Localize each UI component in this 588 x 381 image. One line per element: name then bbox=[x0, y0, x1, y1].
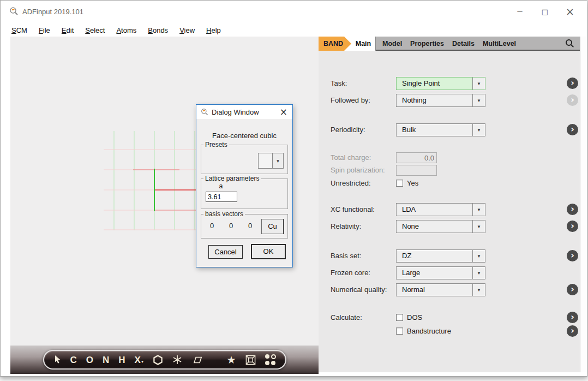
settings-panel: BAND Main Model Properties Details Multi… bbox=[319, 37, 580, 372]
dialog-logo-icon bbox=[201, 108, 209, 116]
frozen-core-dropdown[interactable]: Large ▾ bbox=[396, 266, 485, 279]
search-icon[interactable] bbox=[565, 39, 574, 48]
lattice-group-label: Lattice parameters bbox=[203, 175, 261, 182]
dropdown-arrow-icon: ▾ bbox=[472, 284, 485, 296]
spacefill-tool-icon[interactable] bbox=[265, 354, 275, 365]
dialog-close-icon[interactable]: × bbox=[280, 106, 287, 117]
tab-properties[interactable]: Properties bbox=[410, 40, 444, 47]
unrestricted-checkbox-label: Yes bbox=[407, 177, 418, 190]
dropdown-arrow-icon: ▾ bbox=[472, 250, 485, 262]
task-label: Task: bbox=[331, 77, 347, 90]
tab-bar: BAND Main Model Properties Details Multi… bbox=[319, 37, 580, 51]
xc-functional-detail-chevron[interactable]: › bbox=[567, 204, 578, 215]
maximize-button[interactable]: □ bbox=[532, 1, 557, 22]
pointer-tool-icon[interactable] bbox=[54, 355, 61, 364]
title-bar: ADFinput 2019.101 ─ □ × bbox=[1, 1, 587, 22]
plane-tool-icon[interactable] bbox=[191, 356, 202, 364]
scrollbar-track bbox=[580, 37, 587, 372]
xc-functional-label: XC functional: bbox=[331, 203, 375, 216]
hydrogen-tool[interactable]: H bbox=[118, 355, 125, 365]
app-window: ADFinput 2019.101 ─ □ × SCM File Edit Se… bbox=[0, 0, 587, 377]
frozen-core-label: Frozen core: bbox=[331, 266, 370, 279]
lattice-a-label: a bbox=[206, 182, 236, 190]
tab-main[interactable]: Main bbox=[351, 37, 375, 51]
periodicity-dropdown[interactable]: Bulk ▾ bbox=[396, 123, 485, 136]
relativity-label: Relativity: bbox=[331, 220, 361, 233]
menu-bonds[interactable]: Bonds bbox=[148, 26, 168, 34]
dropdown-arrow-icon: ▾ bbox=[472, 221, 485, 233]
numerical-quality-dropdown[interactable]: Normal ▾ bbox=[396, 283, 485, 296]
presets-dropdown[interactable]: ▾ bbox=[258, 153, 284, 169]
menu-scm[interactable]: SCM bbox=[11, 26, 27, 34]
star-tool[interactable]: ★ bbox=[226, 355, 236, 365]
cancel-button[interactable]: Cancel bbox=[208, 245, 243, 259]
dos-checkbox-label: DOS bbox=[407, 311, 422, 324]
basis-set-dropdown[interactable]: DZ ▾ bbox=[396, 249, 485, 263]
total-charge-label: Total charge: bbox=[331, 151, 371, 164]
followed-by-dropdown[interactable]: Nothing ▾ bbox=[396, 94, 485, 107]
followed-by-detail-chevron: › bbox=[567, 94, 578, 106]
basis-vector-y: 0 bbox=[229, 222, 233, 230]
menu-edit[interactable]: Edit bbox=[62, 26, 74, 34]
menu-view[interactable]: View bbox=[179, 26, 195, 34]
tab-model[interactable]: Model bbox=[382, 40, 402, 47]
relativity-detail-chevron[interactable]: › bbox=[567, 221, 578, 232]
presets-group-label: Presets bbox=[203, 141, 229, 148]
window-title: ADFinput 2019.101 bbox=[22, 8, 83, 16]
tab-multilevel[interactable]: MultiLevel bbox=[483, 40, 516, 47]
lattice-parameters-group: Lattice parameters a bbox=[201, 178, 288, 209]
close-button[interactable]: × bbox=[557, 1, 583, 22]
numerical-quality-label: Numerical quality: bbox=[331, 283, 387, 296]
dropdown-arrow-icon: ▾ bbox=[472, 204, 485, 216]
element-x-tool[interactable]: X▾ bbox=[135, 355, 143, 365]
bandstructure-detail-chevron[interactable]: › bbox=[567, 325, 578, 337]
unrestricted-label: Unrestricted: bbox=[331, 177, 371, 190]
tab-details[interactable]: Details bbox=[452, 40, 475, 47]
element-x-dropdown-icon: ▾ bbox=[141, 360, 143, 365]
main-form: Task: Single Point ▾ › Followed by: Noth… bbox=[319, 51, 580, 372]
dos-detail-chevron[interactable]: › bbox=[567, 312, 578, 323]
dropdown-arrow-icon: ▾ bbox=[472, 94, 485, 106]
periodicity-detail-chevron[interactable]: › bbox=[567, 124, 578, 135]
lattice-a-input[interactable] bbox=[206, 192, 237, 202]
dialog-title: Dialog Window bbox=[212, 108, 259, 116]
unrestricted-checkbox[interactable] bbox=[396, 180, 403, 187]
calculate-label: Calculate: bbox=[331, 311, 362, 324]
spin-polarization-label: Spin polarization: bbox=[331, 164, 385, 177]
menu-bar: SCM File Edit Select Atoms Bonds View He… bbox=[11, 23, 221, 37]
followed-by-label: Followed by: bbox=[331, 94, 370, 107]
menu-select[interactable]: Select bbox=[85, 26, 105, 34]
oxygen-tool[interactable]: O bbox=[86, 355, 93, 365]
relativity-dropdown[interactable]: None ▾ bbox=[396, 220, 485, 233]
crystal-tool-icon[interactable] bbox=[172, 355, 182, 365]
ok-button[interactable]: OK bbox=[251, 244, 286, 259]
basis-set-label: Basis set: bbox=[331, 249, 361, 263]
viewport-bottom-bar: C O N H X▾ bbox=[10, 346, 319, 374]
task-detail-chevron[interactable]: › bbox=[567, 78, 578, 89]
menu-file[interactable]: File bbox=[39, 26, 50, 34]
band-engine-tab[interactable]: BAND bbox=[319, 37, 351, 51]
app-logo-icon bbox=[9, 7, 19, 16]
periodicity-label: Periodicity: bbox=[331, 123, 365, 136]
unit-cell-tool-icon[interactable] bbox=[245, 355, 256, 365]
ring-tool-icon[interactable] bbox=[153, 355, 163, 365]
dos-checkbox[interactable] bbox=[396, 314, 403, 321]
minimize-button[interactable]: ─ bbox=[507, 1, 532, 22]
carbon-tool[interactable]: C bbox=[70, 355, 77, 365]
dialog-heading: Face-centered cubic bbox=[196, 132, 292, 140]
numerical-quality-detail-chevron[interactable]: › bbox=[567, 284, 578, 295]
molecule-viewport[interactable]: C O N H X▾ bbox=[10, 37, 319, 374]
dialog-title-bar[interactable]: Dialog Window × bbox=[196, 105, 292, 119]
menu-atoms[interactable]: Atoms bbox=[116, 26, 136, 34]
atom-type-button[interactable]: Cu bbox=[261, 219, 284, 234]
spin-polarization-input bbox=[396, 165, 437, 176]
bandstructure-checkbox[interactable] bbox=[396, 328, 403, 335]
atom-toolbar: C O N H X▾ bbox=[43, 350, 286, 370]
task-dropdown[interactable]: Single Point ▾ bbox=[396, 77, 485, 90]
presets-group: Presets ▾ bbox=[201, 145, 288, 174]
nitrogen-tool[interactable]: N bbox=[103, 355, 109, 365]
menu-help[interactable]: Help bbox=[206, 26, 221, 34]
basis-vector-x: 0 bbox=[210, 222, 214, 230]
xc-functional-dropdown[interactable]: LDA ▾ bbox=[396, 203, 485, 216]
basis-set-detail-chevron[interactable]: › bbox=[567, 250, 578, 261]
